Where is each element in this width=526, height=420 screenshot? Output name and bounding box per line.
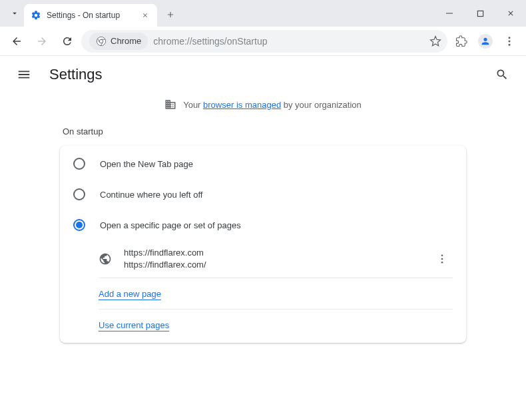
use-current-pages-link[interactable]: Use current pages (99, 320, 169, 331)
hamburger-icon (17, 67, 31, 82)
svg-point-9 (441, 262, 443, 264)
maximize-button[interactable] (465, 0, 495, 27)
building-icon (164, 99, 176, 110)
browser-title-bar: Settings - On startup (0, 0, 526, 27)
startup-page-entry: https://findflarex.com https://findflare… (60, 240, 466, 278)
chrome-chip-label: Chrome (111, 36, 141, 46)
profile-avatar-icon (478, 34, 493, 49)
startup-card: Open the New Tab page Continue where you… (60, 146, 466, 343)
close-icon (507, 9, 515, 17)
globe-icon (99, 252, 112, 266)
svg-point-7 (441, 255, 443, 257)
arrow-left-icon (11, 35, 23, 47)
radio-label: Continue where you left off (100, 190, 202, 200)
svg-point-8 (441, 258, 443, 260)
search-settings-button[interactable] (490, 63, 514, 87)
section-title: On startup (60, 120, 466, 146)
bookmark-button[interactable] (426, 32, 445, 51)
radio-icon (73, 188, 85, 200)
more-vertical-icon (436, 253, 448, 265)
minimize-icon (445, 9, 453, 17)
page-details: https://findflarex.com https://findflare… (124, 247, 419, 271)
profile-button[interactable] (475, 31, 495, 51)
svg-rect-1 (477, 11, 483, 16)
radio-label: Open the New Tab page (100, 159, 193, 169)
managed-text: Your browser is managed by your organiza… (183, 100, 362, 110)
settings-header: Settings (0, 56, 526, 93)
back-button[interactable] (5, 30, 28, 53)
url-text: chrome://settings/onStartup (153, 36, 421, 47)
minimize-button[interactable] (434, 0, 465, 27)
svg-point-4 (509, 37, 511, 39)
tab-search-dropdown[interactable] (5, 4, 24, 23)
reload-icon (61, 35, 73, 47)
puzzle-icon (455, 35, 467, 47)
radio-label: Open a specific page or set of pages (100, 220, 241, 230)
reload-button[interactable] (56, 30, 79, 53)
add-page-row: Add a new page (60, 278, 466, 309)
chrome-logo-icon (96, 36, 107, 47)
gear-icon (31, 10, 41, 21)
managed-link[interactable]: browser is managed (203, 100, 281, 110)
svg-point-6 (509, 43, 511, 45)
page-title: Settings (49, 66, 103, 83)
browser-tab[interactable]: Settings - On startup (24, 4, 157, 27)
window-controls (434, 0, 526, 27)
address-bar[interactable]: Chrome chrome://settings/onStartup (81, 30, 447, 53)
content-area: On startup Open the New Tab page Continu… (0, 120, 526, 343)
extensions-button[interactable] (450, 30, 473, 53)
radio-continue-left-off[interactable]: Continue where you left off (60, 179, 466, 210)
page-title-text: https://findflarex.com (124, 247, 419, 259)
tab-title: Settings - On startup (47, 11, 134, 20)
use-current-row: Use current pages (60, 310, 466, 340)
svg-rect-0 (446, 13, 453, 14)
chevron-down-icon (10, 9, 19, 18)
plus-icon (166, 10, 175, 19)
browser-menu-button[interactable] (498, 30, 521, 53)
svg-point-5 (509, 40, 511, 42)
radio-icon-selected (73, 219, 85, 231)
maximize-icon (477, 10, 484, 17)
arrow-right-icon (36, 35, 48, 47)
browser-toolbar: Chrome chrome://settings/onStartup (0, 27, 526, 56)
radio-open-new-tab[interactable]: Open the New Tab page (60, 148, 466, 179)
search-icon (495, 68, 509, 81)
close-icon (142, 12, 148, 19)
more-vertical-icon (503, 35, 515, 47)
radio-icon (73, 158, 85, 170)
page-url-text: https://findflarex.com/ (124, 259, 419, 271)
page-more-button[interactable] (431, 248, 453, 270)
forward-button[interactable] (31, 30, 53, 53)
close-window-button[interactable] (495, 0, 526, 27)
new-tab-button[interactable] (161, 5, 180, 24)
radio-specific-pages[interactable]: Open a specific page or set of pages (60, 210, 466, 240)
tab-close-button[interactable] (140, 10, 150, 21)
chrome-logo-chip[interactable]: Chrome (89, 33, 148, 50)
add-new-page-link[interactable]: Add a new page (99, 289, 161, 300)
menu-button[interactable] (12, 63, 36, 87)
managed-banner: Your browser is managed by your organiza… (0, 93, 526, 120)
star-icon (429, 35, 441, 47)
